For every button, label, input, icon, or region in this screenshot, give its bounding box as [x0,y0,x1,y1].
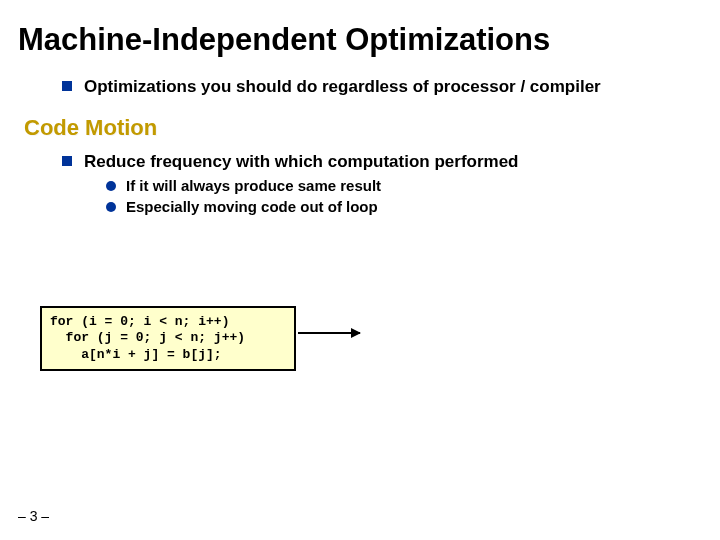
square-bullet-icon [62,156,72,166]
bullet-sub2: Especially moving code out of loop [0,194,720,215]
page-title: Machine-Independent Optimizations [0,0,720,58]
sub2-text: Especially moving code out of loop [126,198,378,215]
circle-bullet-icon [106,202,116,212]
page-number: – 3 – [18,508,49,524]
sub1-text: If it will always produce same result [126,177,381,194]
bullet-point: Reduce frequency with which computation … [0,141,720,172]
intro-text: Optimizations you should do regardless o… [84,76,601,97]
subheading: Code Motion [0,97,720,141]
bullet-sub1: If it will always produce same result [0,173,720,194]
square-bullet-icon [62,81,72,91]
code-block: for (i = 0; i < n; i++) for (j = 0; j < … [40,306,296,371]
bullet-intro: Optimizations you should do regardless o… [0,58,720,97]
circle-bullet-icon [106,181,116,191]
arrow-icon [298,332,360,334]
point-text: Reduce frequency with which computation … [84,151,519,172]
